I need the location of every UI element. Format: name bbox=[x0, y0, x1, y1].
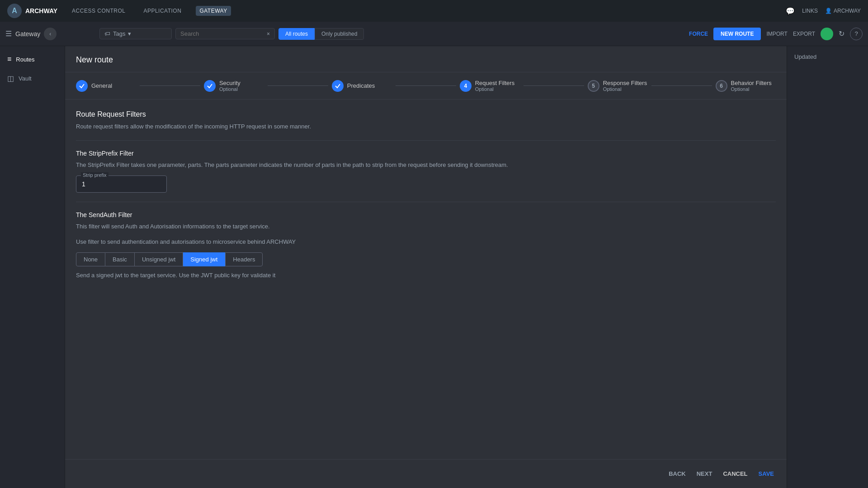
modal-header: New route bbox=[65, 46, 787, 72]
section-title: Route Request Filters bbox=[76, 110, 776, 118]
user-menu[interactable]: 👤 ARCHWAY bbox=[825, 8, 861, 14]
step-label-5: Response Filters bbox=[603, 80, 647, 86]
nav-access-control[interactable]: ACCESS CONTROL bbox=[68, 6, 129, 16]
strip-prefix-field-label: Strip prefix bbox=[81, 172, 108, 178]
content-area: New route General bbox=[65, 46, 868, 488]
strip-prefix-field-group: Strip prefix bbox=[76, 175, 776, 193]
send-auth-title: The SendAuth Filter bbox=[76, 211, 776, 218]
next-button[interactable]: NEXT bbox=[695, 467, 714, 481]
step-label-2: Security bbox=[219, 80, 241, 86]
sidebar-item-vault[interactable]: ◫ Vault bbox=[0, 69, 65, 88]
step-general: General bbox=[76, 80, 136, 92]
step-label-6: Behavior Filters bbox=[731, 80, 772, 86]
modal-panel: New route General bbox=[65, 46, 787, 488]
step-sub-5: Optional bbox=[603, 86, 647, 92]
step-sub-4: Optional bbox=[475, 86, 514, 92]
clear-icon[interactable]: × bbox=[267, 31, 270, 37]
search-box: × bbox=[175, 28, 275, 39]
step-security: Security Optional bbox=[204, 80, 264, 92]
app-logo: A ARCHWAY bbox=[7, 4, 57, 18]
step-info-3: Predicates bbox=[347, 82, 375, 89]
send-auth-desc1: This filter will send Auth and Autorisat… bbox=[76, 222, 776, 231]
filter-buttons: All routes Only published bbox=[278, 28, 364, 40]
app-name: ARCHWAY bbox=[25, 7, 57, 14]
import-button[interactable]: IMPORT bbox=[766, 31, 787, 37]
section-desc: Route request filters allow the modifica… bbox=[76, 122, 776, 131]
step-circle-6: 6 bbox=[716, 80, 727, 92]
step-info-6: Behavior Filters Optional bbox=[731, 80, 772, 92]
send-auth-desc2: Use filter to send authentication and au… bbox=[76, 237, 776, 246]
step-info-5: Response Filters Optional bbox=[603, 80, 647, 92]
tags-icon: 🏷 bbox=[104, 30, 110, 37]
tags-dropdown[interactable]: 🏷 Tags ▾ bbox=[99, 28, 172, 39]
step-predicates: Predicates bbox=[332, 80, 392, 92]
modal-title: New route bbox=[76, 55, 113, 64]
back-button[interactable]: ‹ bbox=[44, 28, 57, 40]
sidebar-item-routes[interactable]: ≡ Routes bbox=[0, 50, 65, 69]
links-label[interactable]: LINKS bbox=[802, 8, 818, 14]
strip-prefix-desc: The StripPrefix Filter takes one paramet… bbox=[76, 161, 776, 170]
auth-toggle-group: None Basic Unsigned jwt Signed jwt Heade… bbox=[76, 252, 776, 266]
steps-bar: General Security Optional bbox=[65, 72, 787, 99]
toolbar-right: FORCE NEW ROUTE IMPORT EXPORT ↻ ? bbox=[689, 28, 863, 40]
strip-prefix-field-container: Strip prefix bbox=[76, 175, 167, 193]
auth-none-button[interactable]: None bbox=[76, 252, 105, 266]
vault-icon: ◫ bbox=[7, 74, 14, 83]
hamburger-icon[interactable]: ☰ bbox=[5, 29, 12, 38]
step-sub-2: Optional bbox=[219, 86, 241, 92]
chat-icon[interactable]: 💬 bbox=[786, 7, 795, 15]
dropdown-icon: ▾ bbox=[128, 30, 131, 37]
step-info-4: Request Filters Optional bbox=[475, 80, 514, 92]
routes-icon: ≡ bbox=[7, 55, 11, 63]
modal-footer: BACK NEXT CANCEL SAVE bbox=[65, 459, 787, 488]
nav-application[interactable]: APPLICATION bbox=[140, 6, 185, 16]
help-button[interactable]: ? bbox=[850, 28, 863, 40]
updated-panel: Updated bbox=[787, 46, 868, 488]
step-circle-4: 4 bbox=[460, 80, 472, 92]
step-sub-6: Optional bbox=[731, 86, 772, 92]
strip-prefix-input[interactable] bbox=[76, 176, 166, 192]
all-routes-button[interactable]: All routes bbox=[278, 28, 315, 40]
search-input[interactable] bbox=[180, 30, 264, 37]
toolbar: ☰ Gateway ‹ 🏷 Tags ▾ × All routes Only p… bbox=[0, 22, 868, 46]
step-label-3: Predicates bbox=[347, 82, 375, 89]
step-label-4: Request Filters bbox=[475, 80, 514, 86]
new-route-button[interactable]: NEW ROUTE bbox=[713, 28, 761, 40]
status-indicator bbox=[821, 28, 833, 40]
nav-gateway[interactable]: GATEWAY bbox=[196, 6, 231, 16]
auth-signed-jwt-button[interactable]: Signed jwt bbox=[183, 252, 225, 266]
force-button[interactable]: FORCE bbox=[689, 31, 708, 37]
export-button[interactable]: EXPORT bbox=[793, 31, 815, 37]
step-circle-3 bbox=[332, 80, 344, 92]
auth-unsigned-jwt-button[interactable]: Unsigned jwt bbox=[135, 252, 183, 266]
strip-prefix-title: The StripPrefix Filter bbox=[76, 150, 776, 157]
sidebar-routes-label: Routes bbox=[16, 56, 34, 63]
cancel-button[interactable]: CANCEL bbox=[721, 467, 749, 481]
step-request-filters: 4 Request Filters Optional bbox=[460, 80, 520, 92]
save-button[interactable]: SAVE bbox=[757, 467, 776, 481]
refresh-icon[interactable]: ↻ bbox=[839, 29, 844, 38]
step-behavior-filters: 6 Behavior Filters Optional bbox=[716, 80, 776, 92]
nav-right: 💬 LINKS 👤 ARCHWAY bbox=[786, 7, 861, 15]
tags-label: Tags bbox=[113, 30, 125, 37]
sidebar-vault-label: Vault bbox=[19, 75, 32, 82]
updated-label: Updated bbox=[794, 53, 816, 60]
step-circle-1 bbox=[76, 80, 88, 92]
step-label-1: General bbox=[91, 82, 112, 89]
user-icon: 👤 bbox=[825, 8, 832, 14]
main-layout: ≡ Routes ◫ Vault New route Genera bbox=[0, 46, 868, 488]
only-published-button[interactable]: Only published bbox=[315, 28, 364, 40]
signed-jwt-desc: Send a signed jwt to the target service.… bbox=[76, 272, 776, 279]
step-info-2: Security Optional bbox=[219, 80, 241, 92]
auth-basic-button[interactable]: Basic bbox=[105, 252, 135, 266]
step-circle-5: 5 bbox=[588, 80, 599, 92]
step-circle-2 bbox=[204, 80, 216, 92]
gateway-section: ☰ Gateway ‹ bbox=[5, 28, 96, 40]
step-response-filters: 5 Response Filters Optional bbox=[588, 80, 648, 92]
back-button[interactable]: BACK bbox=[667, 467, 688, 481]
gateway-label: Gateway bbox=[15, 30, 40, 38]
logo-icon: A bbox=[7, 4, 22, 18]
top-nav: A ARCHWAY ACCESS CONTROL APPLICATION GAT… bbox=[0, 0, 868, 22]
auth-headers-button[interactable]: Headers bbox=[225, 252, 263, 266]
user-label: ARCHWAY bbox=[834, 8, 861, 14]
